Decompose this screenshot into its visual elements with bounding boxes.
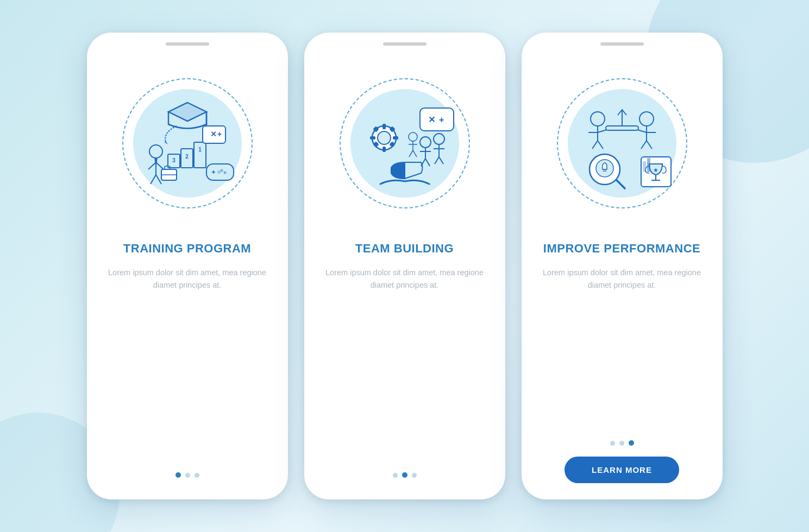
svg-line-47: [435, 157, 439, 164]
team-dots: [393, 472, 417, 478]
svg-rect-31: [382, 147, 386, 152]
dot-2-active[interactable]: [402, 472, 407, 478]
svg-point-20: [220, 169, 223, 172]
dot-1-active[interactable]: [175, 472, 181, 478]
performance-description: Lorem ipsum dolor sit dim amet, mea regi…: [532, 267, 712, 292]
svg-line-72: [617, 180, 625, 188]
svg-rect-33: [393, 136, 398, 140]
svg-point-21: [223, 172, 226, 174]
svg-text:✕: ✕: [210, 130, 217, 138]
svg-line-12: [150, 175, 156, 184]
svg-line-65: [647, 141, 652, 149]
dot-1-inactive-2[interactable]: [195, 473, 199, 478]
svg-text:★: ★: [653, 167, 659, 173]
svg-line-10: [148, 162, 156, 169]
phone-team-building: ✕ +: [304, 33, 505, 499]
phone-notch-3: [600, 42, 644, 46]
svg-line-11: [156, 162, 164, 169]
dot-3-inactive-1[interactable]: [610, 441, 615, 446]
svg-line-48: [439, 157, 443, 164]
svg-text:2: 2: [185, 154, 189, 160]
performance-title: IMPROVE PERFORMANCE: [543, 241, 700, 257]
phone-notch-2: [383, 42, 427, 46]
illustration-training: 2 1 3: [111, 56, 264, 230]
phone-improve-performance: ★ IMPROVE PERFORMANCE Lorem ipsum dolor …: [522, 33, 723, 499]
dot-1-inactive-1[interactable]: [185, 473, 190, 478]
svg-line-58: [592, 141, 598, 149]
team-building-icon: ✕ +: [340, 78, 470, 208]
svg-point-49: [409, 132, 417, 141]
team-description: Lorem ipsum dolor sit dim amet, mea regi…: [315, 267, 494, 292]
svg-text:✕: ✕: [428, 115, 435, 124]
phone-content-1: 2 1 3: [87, 51, 288, 499]
svg-point-44: [434, 134, 444, 144]
phones-container: 2 1 3: [87, 33, 723, 499]
svg-point-60: [639, 112, 654, 126]
svg-line-52: [409, 150, 413, 157]
svg-line-53: [413, 150, 417, 157]
performance-icon: ★: [557, 78, 687, 208]
svg-line-64: [641, 141, 647, 149]
svg-line-59: [598, 141, 603, 149]
training-description: Lorem ipsum dolor sit dim amet, mea regi…: [98, 267, 277, 292]
svg-point-17: [217, 170, 221, 174]
svg-rect-32: [370, 136, 375, 140]
dot-2-inactive-1[interactable]: [393, 473, 398, 478]
svg-point-29: [378, 131, 391, 144]
svg-line-13: [156, 175, 161, 184]
svg-text:3: 3: [172, 157, 175, 163]
svg-rect-30: [382, 124, 386, 129]
svg-text:+: +: [439, 115, 444, 124]
illustration-performance: ★: [546, 56, 698, 230]
svg-text:1: 1: [198, 147, 202, 153]
phone-content-3: ★ IMPROVE PERFORMANCE Lorem ipsum dolor …: [522, 51, 723, 499]
phone-content-2: ✕ +: [304, 51, 505, 499]
svg-rect-78: [647, 158, 650, 172]
svg-point-54: [591, 112, 605, 126]
training-dots: [175, 472, 199, 478]
svg-rect-25: [420, 108, 454, 131]
svg-line-57: [598, 130, 607, 132]
svg-text:+: +: [217, 130, 222, 138]
svg-line-63: [637, 130, 647, 132]
svg-point-8: [149, 145, 162, 158]
training-icon: 2 1 3: [122, 78, 253, 208]
training-title: TRAINING PROGRAM: [123, 241, 251, 257]
phone-training-program: 2 1 3: [87, 33, 288, 499]
svg-line-43: [425, 159, 430, 166]
team-title: TEAM BUILDING: [355, 241, 454, 257]
dot-2-inactive-2[interactable]: [412, 473, 417, 478]
svg-line-42: [421, 159, 425, 166]
phone-notch-1: [166, 42, 209, 46]
dot-3-active[interactable]: [629, 440, 634, 446]
learn-more-button[interactable]: LEARN MORE: [565, 457, 679, 483]
svg-rect-66: [606, 126, 638, 130]
svg-point-39: [420, 137, 431, 148]
illustration-team: ✕ +: [329, 56, 481, 230]
dot-3-inactive-2[interactable]: [619, 441, 624, 446]
performance-dots: [610, 440, 634, 446]
svg-rect-77: [643, 161, 646, 172]
